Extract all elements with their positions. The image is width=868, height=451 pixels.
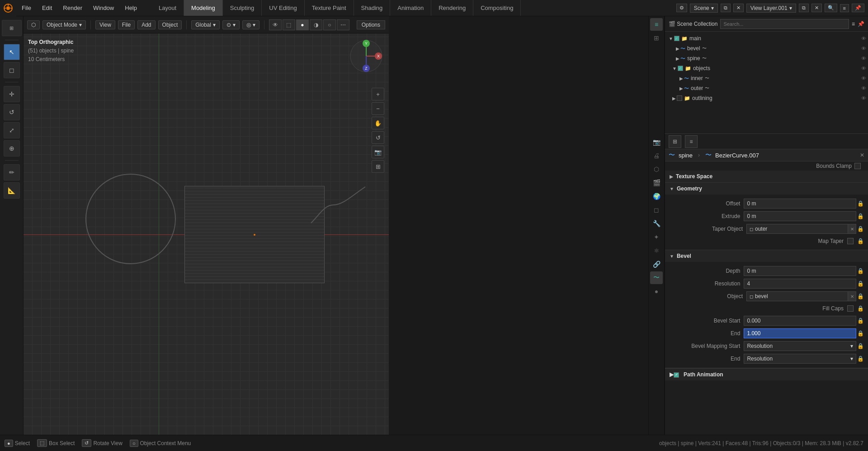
tab-sculpting[interactable]: Sculpting bbox=[223, 0, 262, 16]
objects-eye-icon[interactable]: 👁 bbox=[861, 66, 866, 71]
modifier-props-icon[interactable]: 🔧 bbox=[650, 217, 663, 230]
outliner-item-main[interactable]: ▼ ✓ 📁 main 👁 bbox=[665, 33, 868, 43]
path-animation-section[interactable]: ▶ ✓ Path Animation bbox=[665, 368, 868, 380]
physics-props-icon[interactable]: ⚛ bbox=[650, 244, 663, 257]
tab-shading[interactable]: Shading bbox=[354, 0, 391, 16]
outliner-item-objects[interactable]: ▼ ✓ 📁 objects 👁 bbox=[665, 63, 868, 73]
outliner-item-bevel[interactable]: ▶ 〜 bevel 〜 👁 bbox=[665, 43, 868, 53]
search-btn[interactable]: 🔍 bbox=[825, 4, 837, 12]
spine-eye-icon[interactable]: 👁 bbox=[861, 56, 866, 61]
world-props-icon[interactable]: 🌍 bbox=[650, 190, 663, 203]
fill-caps-checkbox[interactable] bbox=[847, 305, 854, 312]
shading-extra-btn[interactable]: ⋯ bbox=[337, 19, 349, 30]
offset-lock-icon[interactable]: 🔒 bbox=[857, 200, 863, 207]
output-props-icon[interactable]: 🖨 bbox=[650, 149, 663, 162]
outer-eye-icon[interactable]: 👁 bbox=[861, 85, 866, 91]
box-select-btn[interactable]: ◻ bbox=[4, 62, 20, 78]
outliner-filter-icon[interactable]: ≡ bbox=[852, 21, 855, 27]
scene-selector[interactable]: Scene ▾ bbox=[690, 4, 718, 13]
bevel-mapping-start-dropdown[interactable]: Resolution ▾ bbox=[744, 341, 856, 351]
navigation-gizmo[interactable]: Y X Z bbox=[348, 38, 384, 74]
rendered-shading-btn[interactable]: ○ bbox=[323, 19, 336, 30]
map-taper-lock-icon[interactable]: 🔒 bbox=[857, 238, 863, 244]
zoom-in-btn[interactable]: + bbox=[372, 88, 384, 100]
menu-edit[interactable]: Edit bbox=[37, 0, 57, 16]
resolution-value[interactable]: 4 bbox=[744, 279, 856, 289]
depth-lock-icon[interactable]: 🔒 bbox=[857, 268, 863, 274]
bevel-end-value[interactable]: 1.000 bbox=[744, 328, 856, 338]
bevel-mapping-end-dropdown[interactable]: Resolution ▾ bbox=[744, 354, 856, 364]
outliner-item-outlining[interactable]: ▶ 📁 outlining 👁 bbox=[665, 93, 868, 103]
tab-compositing[interactable]: Compositing bbox=[473, 0, 521, 16]
scale-btn[interactable]: ⤢ bbox=[4, 122, 20, 138]
zoom-out-btn[interactable]: − bbox=[372, 102, 384, 115]
object-menu-btn[interactable]: Object bbox=[158, 20, 182, 29]
outliner-item-inner[interactable]: ▶ 〜 inner 〜 👁 bbox=[665, 73, 868, 83]
select-tool-btn[interactable]: ↖ bbox=[4, 44, 20, 60]
engine-selector[interactable]: ⚙ bbox=[676, 4, 687, 12]
scene-props-icon[interactable]: 🎬 bbox=[650, 176, 663, 189]
camera-btn[interactable]: 📷 bbox=[372, 146, 384, 158]
transform-btn[interactable]: ⊕ bbox=[4, 140, 20, 157]
pin-btn[interactable]: 📌 bbox=[852, 4, 864, 12]
xray-btn[interactable]: ⬚ bbox=[283, 19, 295, 30]
tab-texture-paint[interactable]: Texture Paint bbox=[305, 0, 354, 16]
pan-btn[interactable]: ✋ bbox=[372, 117, 384, 129]
view-menu-btn[interactable]: View bbox=[95, 20, 115, 29]
blender-logo[interactable] bbox=[0, 0, 16, 16]
proportional-btn[interactable]: ◎ ▾ bbox=[242, 20, 259, 29]
add-menu-btn[interactable]: Add bbox=[137, 20, 155, 29]
constraints-props-icon[interactable]: 🔗 bbox=[650, 258, 663, 271]
extrude-lock-icon[interactable]: 🔒 bbox=[857, 213, 863, 219]
bevel-object-value[interactable]: ◻ bevel bbox=[746, 291, 848, 301]
object-data-props-icon[interactable]: 〜 bbox=[650, 271, 663, 284]
measure-btn[interactable]: 📐 bbox=[4, 182, 20, 199]
snap-btn[interactable]: ⊙ ▾ bbox=[222, 20, 240, 29]
annotate-btn[interactable]: ✏ bbox=[4, 164, 20, 180]
menu-file[interactable]: File bbox=[16, 0, 37, 16]
outlining-eye-icon[interactable]: 👁 bbox=[861, 95, 866, 101]
depth-value[interactable]: 0 m bbox=[744, 266, 856, 276]
material-shading-btn[interactable]: ◑ bbox=[310, 19, 322, 30]
taper-object-clear-btn[interactable]: ✕ bbox=[848, 224, 856, 234]
view-layer-props-icon[interactable]: ⬡ bbox=[650, 163, 663, 176]
move-btn[interactable]: ✛ bbox=[4, 86, 20, 102]
header-mode-icon[interactable]: ≡ bbox=[685, 135, 698, 148]
layer-copy-btn[interactable]: ⧉ bbox=[799, 4, 809, 12]
layer-close-btn[interactable]: ✕ bbox=[811, 4, 822, 12]
filter-outliner-icon[interactable]: ⊞ bbox=[650, 32, 663, 44]
material-props-icon[interactable]: ● bbox=[650, 285, 663, 298]
objects-checkbox[interactable]: ✓ bbox=[678, 66, 683, 71]
grid-btn[interactable]: ⊞ bbox=[372, 160, 384, 173]
tab-layout[interactable]: Layout bbox=[151, 0, 184, 16]
transform-orientation-btn[interactable]: Global ▾ bbox=[191, 20, 220, 29]
outliner-search-input[interactable] bbox=[720, 19, 849, 29]
editor-type-btn[interactable]: ⬡ bbox=[27, 20, 40, 29]
viewport-overlay-btn[interactable]: 👁 bbox=[269, 19, 282, 30]
bevel-start-value[interactable]: 0.000 bbox=[744, 316, 856, 326]
menu-window[interactable]: Window bbox=[88, 0, 119, 16]
rotate-btn[interactable]: ↺ bbox=[4, 104, 20, 120]
bevel-eye-icon[interactable]: 👁 bbox=[861, 46, 866, 51]
solid-shading-btn[interactable]: ● bbox=[296, 19, 309, 30]
resolution-lock-icon[interactable]: 🔒 bbox=[857, 280, 863, 287]
bevel-obj-lock-icon[interactable]: 🔒 bbox=[857, 293, 863, 299]
bevel-object-clear-btn[interactable]: ✕ bbox=[848, 291, 856, 301]
tab-uv-editing[interactable]: UV Editing bbox=[262, 0, 304, 16]
taper-object-value[interactable]: ◻ outer bbox=[746, 224, 848, 234]
render-props-icon[interactable]: 📷 bbox=[650, 136, 663, 148]
outliner-item-outer[interactable]: ▶ 〜 outer 〜 👁 bbox=[665, 83, 868, 93]
tab-rendering[interactable]: Rendering bbox=[431, 0, 473, 16]
outlining-checkbox[interactable] bbox=[677, 95, 682, 101]
menu-render[interactable]: Render bbox=[57, 0, 88, 16]
tab-animation[interactable]: Animation bbox=[390, 0, 431, 16]
extrude-value[interactable]: 0 m bbox=[744, 211, 856, 221]
bevel-start-lock-icon[interactable]: 🔒 bbox=[857, 318, 863, 324]
main-eye-icon[interactable]: 👁 bbox=[861, 36, 866, 41]
offset-value[interactable]: 0 m bbox=[744, 199, 856, 209]
object-mode-btn[interactable]: Object Mode ▾ bbox=[42, 20, 86, 29]
outliner-pin-icon[interactable]: 📌 bbox=[858, 21, 864, 27]
mapping-end-lock-icon[interactable]: 🔒 bbox=[857, 356, 863, 362]
outliner-icon[interactable]: ≡ bbox=[650, 18, 663, 31]
view-layer-selector[interactable]: View Layer.001 ▾ bbox=[746, 4, 796, 13]
